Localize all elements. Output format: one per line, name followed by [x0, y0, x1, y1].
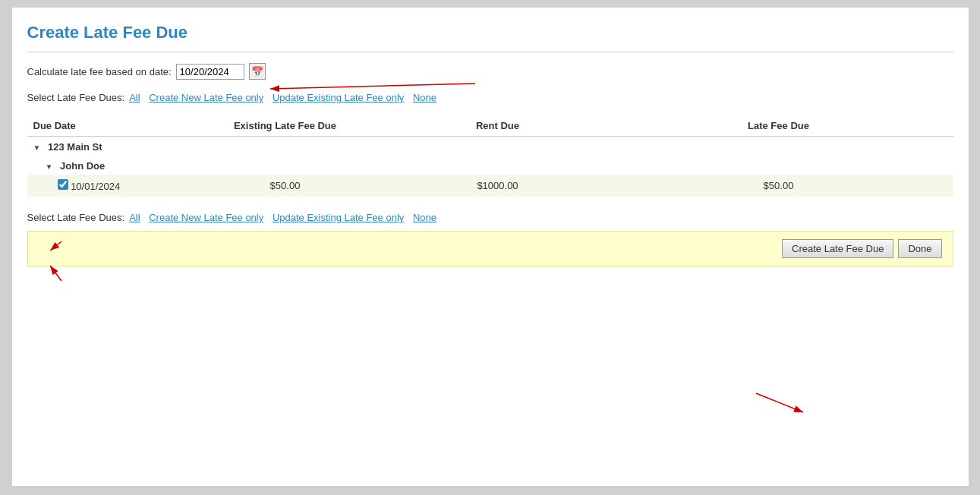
table-header-row: Due Date Existing Late Fee Due Rent Due …: [27, 115, 953, 137]
sub-group-row-cell: ▼ John Doe: [27, 157, 953, 175]
col-header-existing: Existing Late Fee Due: [179, 115, 392, 137]
bottom-select-label: Select Late Fee Dues:: [27, 212, 125, 223]
top-link-none[interactable]: None: [413, 92, 436, 103]
svg-line-1: [270, 84, 475, 89]
top-select-label: Select Late Fee Dues:: [27, 92, 125, 103]
calendar-icon-button[interactable]: 📅: [249, 63, 266, 80]
bottom-link-none[interactable]: None: [413, 212, 436, 223]
date-label: Calculate late fee based on date:: [27, 66, 172, 77]
col-header-rent: Rent Due: [392, 115, 604, 137]
svg-line-4: [756, 393, 803, 412]
bottom-link-all[interactable]: All: [129, 212, 140, 223]
group-name: 123 Main St: [48, 141, 102, 153]
group-row: ▼ 123 Main St: [27, 137, 953, 158]
group-row-cell: ▼ 123 Main St: [27, 137, 953, 158]
table-cell-existing-fee: $50.00: [179, 175, 392, 197]
create-late-fee-button[interactable]: Create Late Fee Due: [782, 239, 893, 258]
col-header-late-fee: Late Fee Due: [604, 115, 953, 137]
page-title: Create Late Fee Due: [27, 23, 953, 43]
done-button[interactable]: Done: [898, 239, 941, 258]
table-cell-checkbox[interactable]: 10/01/2024: [27, 175, 179, 197]
sub-group-name: John Doe: [60, 160, 105, 172]
col-header-due-date: Due Date: [27, 115, 179, 137]
top-link-all[interactable]: All: [129, 92, 140, 103]
group-triangle-icon: ▼: [33, 143, 41, 152]
sub-group-row: ▼ John Doe: [27, 157, 953, 175]
top-link-update-existing[interactable]: Update Existing Late Fee only: [273, 92, 404, 103]
calendar-icon: 📅: [251, 66, 263, 77]
table-cell-rent-due: $1000.00: [392, 175, 604, 197]
date-input[interactable]: [176, 64, 244, 80]
late-fee-table: Due Date Existing Late Fee Due Rent Due …: [27, 115, 953, 197]
row-checkbox[interactable]: [58, 179, 68, 190]
bottom-link-update-existing[interactable]: Update Existing Late Fee only: [273, 212, 404, 223]
top-link-create-new[interactable]: Create New Late Fee only: [149, 92, 263, 103]
table-row: 10/01/2024 $50.00 $1000.00 $50.00: [27, 175, 953, 197]
action-bar: Create Late Fee Due Done: [27, 231, 953, 266]
top-select-row: Select Late Fee Dues: All Create New Lat…: [27, 92, 953, 103]
due-date-value: 10/01/2024: [71, 181, 120, 192]
table-cell-late-fee-due: $50.00: [604, 175, 953, 197]
bottom-link-create-new[interactable]: Create New Late Fee only: [149, 212, 263, 223]
bottom-select-row: Select Late Fee Dues: All Create New Lat…: [27, 212, 953, 223]
title-divider: [27, 52, 953, 52]
date-row: Calculate late fee based on date: 📅: [27, 63, 953, 80]
svg-line-3: [50, 266, 61, 281]
sub-group-triangle-icon: ▼: [46, 162, 53, 171]
